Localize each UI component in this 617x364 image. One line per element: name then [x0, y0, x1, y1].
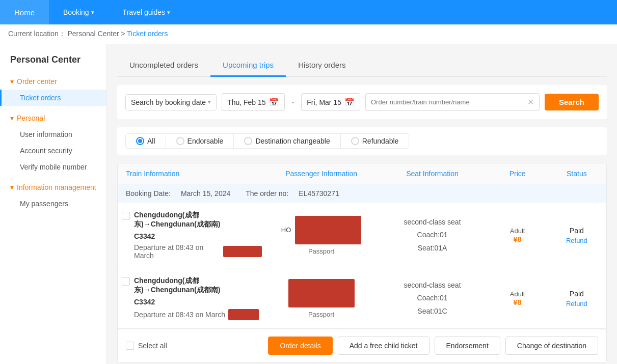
order-meta-1: Booking Date: March 15, 2024 The order n…: [118, 184, 606, 203]
row1-train-route: Chengdudong(成都东)→Chengdunan(成都南): [134, 211, 262, 229]
row2-refund-link[interactable]: Refund: [555, 300, 598, 307]
table-header-status: Status: [547, 163, 606, 184]
row1-checkbox[interactable]: [122, 212, 130, 220]
row1-coach: Coach:01: [385, 229, 480, 241]
radio-filter-refundable[interactable]: Refundable: [340, 133, 410, 149]
search-button[interactable]: Search: [545, 94, 599, 110]
breadcrumb-ticket-orders[interactable]: Ticket orders: [127, 30, 168, 38]
row1-refund-link[interactable]: Refund: [555, 237, 598, 244]
breadcrumb-prefix: Current location：: [8, 30, 66, 38]
row1-seat-info: second-class seat Coach:01 Seat:01A: [377, 208, 488, 263]
order-details-button[interactable]: Order details: [268, 337, 332, 355]
sidebar-section-personal-header[interactable]: ▾ Personal: [0, 110, 106, 126]
row2-passenger-img: [288, 279, 355, 307]
sidebar: Personal Center ▾ Order center Ticket or…: [0, 44, 107, 364]
sidebar-item-my-passengers[interactable]: My passengers: [0, 195, 106, 212]
row1-passport-label: Passport: [308, 247, 334, 255]
order-center-arrow-icon: ▾: [10, 77, 14, 86]
row1-status-paid: Paid: [555, 227, 598, 235]
row1-status-info: Paid Refund: [547, 218, 606, 253]
table-header-train: Train Information: [118, 163, 266, 184]
info-mgmt-arrow-icon: ▾: [10, 183, 14, 191]
tab-upcoming[interactable]: Upcoming trips: [210, 54, 286, 77]
row2-checkbox[interactable]: [122, 277, 130, 286]
row1-departure: Departure at 08:43 on March: [134, 243, 262, 260]
from-date-calendar-icon: 📅: [269, 97, 279, 107]
radio-dest-changeable-label: Destination changeable: [255, 137, 330, 145]
endorsement-button[interactable]: Endorsement: [435, 337, 500, 355]
row1-price-label: Adult: [496, 227, 539, 235]
filter-bar: Search by booking date ▾ Thu, Feb 15 📅 -…: [117, 85, 607, 119]
to-date-picker[interactable]: Fri, Mar 15 📅: [301, 93, 360, 111]
nav-booking[interactable]: Booking ▾: [49, 0, 109, 24]
date-range-separator: -: [290, 98, 297, 106]
sidebar-section-order-center-label: Order center: [17, 77, 57, 86]
sidebar-item-account-security[interactable]: Account security: [0, 143, 106, 159]
table-row: Chengdudong(成都东)→Chengdunan(成都南) C3342 D…: [118, 268, 606, 328]
date-type-select[interactable]: Search by booking date ▾: [125, 94, 217, 110]
radio-all-dot: [138, 139, 142, 143]
row2-seat: Seat:01C: [385, 305, 480, 318]
add-child-ticket-button[interactable]: Add a free child ticket: [338, 337, 430, 355]
sidebar-section-information-management: ▾ Information management My passengers: [0, 179, 106, 212]
row2-price-label: Adult: [496, 290, 539, 298]
row2-train-info: Chengdudong(成都东)→Chengdunan(成都南) C3342 D…: [134, 276, 262, 320]
from-date-value: Thu, Feb 15: [227, 98, 266, 106]
sidebar-section-order-center-header[interactable]: ▾ Order center: [0, 73, 106, 90]
date-type-arrow-icon: ▾: [208, 99, 211, 105]
table-header-price: Price: [488, 163, 547, 184]
breadcrumb-personal-center: Personal Center: [67, 30, 119, 38]
table-header: Train Information Passenger Information …: [118, 163, 606, 184]
row1-redacted-date: [223, 246, 262, 257]
breadcrumb: Current location： Personal Center > Tick…: [0, 24, 617, 44]
booking-date-value: March 15, 2024: [181, 189, 230, 198]
search-input-wrap: ✕: [365, 93, 540, 111]
select-all-checkbox[interactable]: [126, 342, 134, 350]
row1-price-info: Adult ¥8: [488, 219, 547, 251]
radio-refundable-circle: [351, 137, 359, 145]
clear-search-icon[interactable]: ✕: [527, 97, 534, 107]
row1-seat-type: second-class seat: [385, 216, 480, 229]
row2-status-paid: Paid: [555, 290, 598, 298]
sidebar-item-user-information[interactable]: User information: [0, 126, 106, 143]
radio-filter-endorsable[interactable]: Endorsable: [166, 133, 234, 149]
select-all-wrap[interactable]: Select all: [126, 342, 167, 350]
radio-filter-all[interactable]: All: [125, 133, 166, 149]
personal-arrow-icon: ▾: [10, 114, 14, 122]
nav-travel-guides-arrow: ▾: [167, 9, 170, 16]
sidebar-section-info-mgmt-header[interactable]: ▾ Information management: [0, 179, 106, 195]
row2-price-info: Adult ¥8: [488, 282, 547, 315]
row2-status-info: Paid Refund: [547, 282, 606, 316]
row2-train-route: Chengdudong(成都东)→Chengdunan(成都南): [134, 276, 262, 295]
row2-train-number: C3342: [134, 298, 262, 306]
row1-train-number: C3342: [134, 232, 262, 240]
tab-history[interactable]: History orders: [286, 54, 358, 77]
to-date-value: Fri, Mar 15: [307, 98, 341, 106]
radio-filter-destination-changeable[interactable]: Destination changeable: [233, 133, 340, 149]
row2-departure: Departure at 08:43 on March: [134, 309, 262, 320]
sidebar-item-verify-mobile[interactable]: Verify mobile number: [0, 159, 106, 175]
search-input[interactable]: [371, 98, 527, 106]
row1-train-info: Chengdudong(成都东)→Chengdunan(成都南) C3342 D…: [134, 211, 262, 260]
sidebar-section-personal-label: Personal: [17, 114, 45, 122]
row1-price-value: ¥8: [496, 235, 539, 243]
row2-price-value: ¥8: [496, 298, 539, 306]
nav-travel-guides[interactable]: Travel guides ▾: [109, 0, 185, 24]
order-no-label: The order no:: [246, 189, 288, 198]
radio-dest-changeable-circle: [244, 137, 252, 145]
sidebar-item-ticket-orders[interactable]: Ticket orders: [0, 90, 106, 106]
row1-passenger-info: HO Passport: [266, 208, 377, 263]
from-date-picker[interactable]: Thu, Feb 15 📅: [222, 93, 285, 111]
sidebar-section-personal: ▾ Personal User information Account secu…: [0, 110, 106, 175]
nav-booking-label: Booking: [63, 8, 89, 16]
tab-uncompleted[interactable]: Uncompleted orders: [117, 54, 210, 77]
change-destination-button[interactable]: Change of destination: [505, 337, 598, 355]
tab-bar: Uncompleted orders Upcoming trips Histor…: [117, 54, 607, 77]
nav-home[interactable]: Home: [0, 0, 49, 24]
row2-coach: Coach:01: [385, 292, 480, 304]
radio-all-circle: [136, 137, 144, 145]
nav-booking-arrow: ▾: [91, 9, 94, 16]
order-no-value: EL45730271: [299, 189, 339, 198]
sidebar-title: Personal Center: [0, 54, 106, 73]
nav-travel-guides-label: Travel guides: [123, 8, 166, 16]
